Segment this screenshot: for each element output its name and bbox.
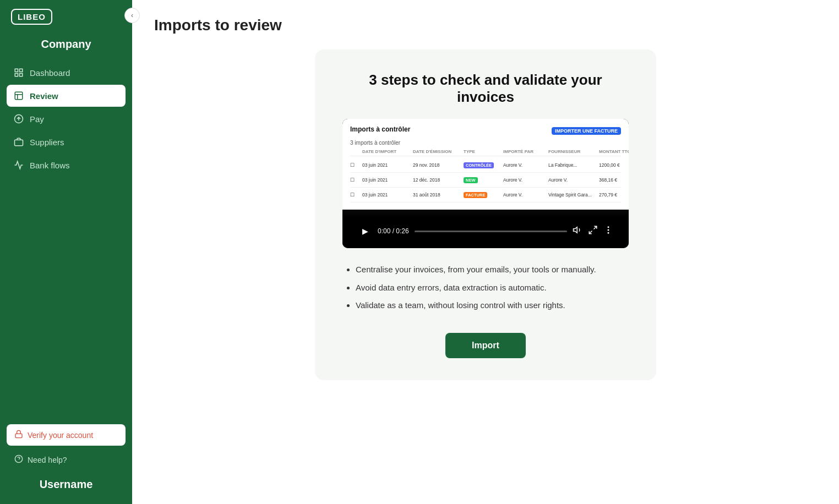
svg-rect-4 (15, 92, 23, 100)
play-button[interactable]: ▶ (358, 224, 372, 238)
svg-rect-7 (15, 434, 22, 437)
sidebar-item-bank-flows[interactable]: Bank flows (7, 154, 126, 176)
sidebar-nav: Dashboard Review Pay Suppliers Bank flow… (0, 62, 132, 418)
sidebar-item-suppliers[interactable]: Suppliers (7, 131, 126, 153)
svg-point-14 (608, 229, 609, 231)
lock-icon (14, 430, 23, 440)
verify-account-label: Verify your account (28, 431, 93, 440)
sidebar-item-dashboard[interactable]: Dashboard (7, 62, 126, 84)
table-row: ☐ 03 juin 2021 12 déc. 2018 NEW Aurore V… (350, 173, 621, 188)
suppliers-icon (13, 136, 24, 147)
sidebar-item-suppliers-label: Suppliers (30, 138, 64, 147)
svg-rect-0 (15, 69, 18, 72)
volume-icon[interactable] (573, 225, 582, 237)
fullscreen-icon[interactable] (588, 225, 598, 237)
need-help-button[interactable]: Need help? (7, 450, 126, 469)
svg-rect-3 (15, 74, 18, 76)
sidebar-item-pay[interactable]: Pay (7, 108, 126, 130)
preview-count: 3 imports à contrôler (350, 140, 621, 146)
svg-line-12 (589, 231, 592, 234)
svg-line-11 (594, 226, 597, 229)
sidebar-username: Username (7, 474, 126, 497)
sidebar-logo-area: LIBEO (0, 0, 132, 34)
main-content: Imports to review 3 steps to check and v… (132, 0, 839, 504)
video-right-controls (573, 225, 613, 237)
help-icon (14, 454, 23, 465)
import-button[interactable]: Import (445, 333, 526, 358)
need-help-label: Need help? (28, 456, 67, 464)
preview-table-header: DATE D'IMPORT DATE D'ÉMISSION TYPE IMPOR… (350, 149, 621, 156)
video-time: 0:00 / 0:26 (378, 227, 409, 235)
bullet-3: Validate as a team, without losing contr… (356, 299, 629, 312)
table-row: ☐ 03 juin 2021 31 août 2018 FACTURE Auro… (350, 188, 621, 202)
sidebar-item-review-label: Review (30, 91, 58, 101)
bullet-2: Avoid data entry errors, data extraction… (356, 282, 629, 294)
sidebar-item-dashboard-label: Dashboard (30, 68, 70, 78)
sidebar-bottom: Verify your account Need help? Username (0, 418, 132, 504)
svg-point-13 (608, 227, 609, 228)
svg-rect-6 (15, 140, 23, 146)
pay-icon (13, 113, 24, 124)
table-row: ☐ 03 juin 2021 29 nov. 2018 CONTRÔLÉE Au… (350, 158, 621, 173)
card-title: 3 steps to check and validate your invoi… (342, 72, 629, 106)
card-bullets: Centralise your invoices, from your emai… (342, 264, 629, 317)
more-options-icon[interactable] (603, 225, 613, 237)
preview-header: Imports à contrôler (350, 125, 410, 133)
info-card: 3 steps to check and validate your invoi… (315, 50, 656, 380)
video-controls: ▶ 0:00 / 0:26 (350, 218, 621, 243)
invoice-preview: Imports à contrôler IMPORTER UNE FACTURE… (342, 119, 629, 210)
review-icon (13, 90, 24, 101)
svg-marker-10 (574, 227, 578, 233)
sidebar-item-pay-label: Pay (30, 114, 44, 124)
video-progress-bar[interactable] (415, 231, 567, 232)
bullet-1: Centralise your invoices, from your emai… (356, 264, 629, 276)
video-container[interactable]: Imports à contrôler IMPORTER UNE FACTURE… (342, 119, 629, 248)
svg-point-15 (608, 233, 609, 234)
sidebar: LIBEO ‹ Company Dashboard Review Pay Su (0, 0, 132, 504)
sidebar-item-review[interactable]: Review (7, 85, 126, 107)
sidebar-collapse-button[interactable]: ‹ (124, 8, 140, 23)
verify-account-button[interactable]: Verify your account (7, 424, 126, 446)
logo-badge[interactable]: LIBEO (11, 9, 52, 25)
sidebar-company-name: Company (0, 34, 132, 62)
svg-rect-1 (20, 69, 23, 72)
svg-rect-2 (20, 74, 23, 76)
preview-import-badge: IMPORTER UNE FACTURE (552, 127, 621, 135)
bank-flows-icon (13, 160, 24, 171)
page-title: Imports to review (154, 17, 817, 34)
sidebar-item-bank-flows-label: Bank flows (30, 161, 70, 170)
dashboard-icon (13, 67, 24, 78)
